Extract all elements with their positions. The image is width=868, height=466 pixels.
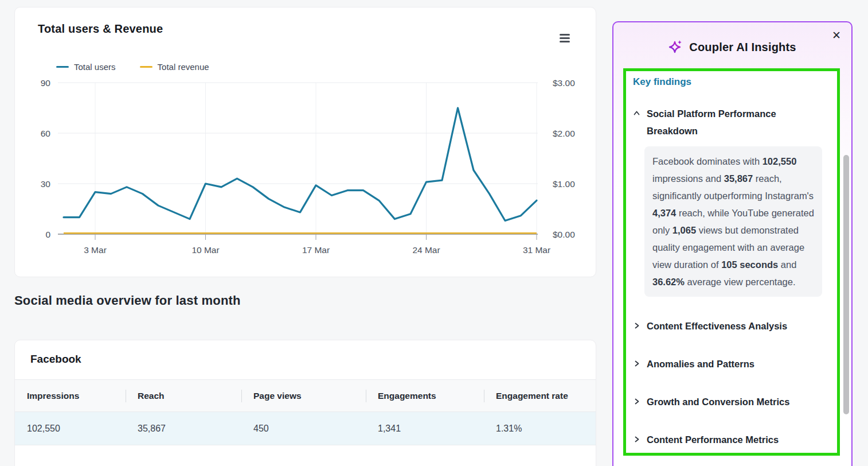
insight-section-title: Content Effectiveness Analysis <box>647 317 787 335</box>
col-header-reach: Reach <box>126 380 241 412</box>
column-divider <box>366 390 366 402</box>
svg-text:24 Mar: 24 Mar <box>412 245 440 255</box>
dashboard-page: Total users & Revenue Total users Total … <box>0 0 868 466</box>
svg-text:10 Mar: 10 Mar <box>191 245 219 255</box>
ai-panel-title: Coupler AI Insights <box>689 41 796 54</box>
insight-section-body: Facebook dominates with 102,550 impressi… <box>644 146 822 297</box>
col-header-engagements: Engagements <box>366 380 484 412</box>
cell-engagements: 1,341 <box>366 412 484 445</box>
section-heading: Social media overview for last month <box>14 293 241 308</box>
insight-section-social-platform-performance[interactable]: Social Platform Performance Breakdown <box>633 105 830 139</box>
svg-text:3 Mar: 3 Mar <box>84 245 107 255</box>
insight-section-anomalies-patterns[interactable]: Anomalies and Patterns <box>633 355 830 372</box>
table-header-row: Impressions Reach Page views Engagements… <box>15 380 596 412</box>
ai-insights-panel: ✕ Coupler AI Insights Key findings Socia… <box>612 21 853 466</box>
svg-text:30: 30 <box>41 179 51 189</box>
svg-text:$1.00: $1.00 <box>553 179 575 189</box>
key-findings-highlight-box: Key findings Social Platform Performance… <box>623 68 840 456</box>
chevron-right-icon <box>633 322 640 329</box>
column-divider <box>241 390 242 402</box>
cell-reach: 35,867 <box>126 412 241 445</box>
insight-section-title: Anomalies and Patterns <box>647 355 754 372</box>
chevron-right-icon <box>633 436 640 443</box>
ai-panel-header: Coupler AI Insights <box>613 40 851 55</box>
svg-text:0: 0 <box>45 230 50 239</box>
insight-section-growth-conversion[interactable]: Growth and Conversion Metrics <box>633 393 830 410</box>
insight-section-title: Social Platform Performance Breakdown <box>647 105 807 139</box>
insight-section-content-effectiveness[interactable]: Content Effectiveness Analysis <box>633 317 830 335</box>
cell-page-views: 450 <box>241 412 366 445</box>
chevron-right-icon <box>633 360 640 367</box>
svg-text:31 Mar: 31 Mar <box>523 245 550 255</box>
svg-text:$3.00: $3.00 <box>553 78 575 88</box>
facebook-card: Facebook Impressions Reach Page views En… <box>14 340 596 466</box>
insight-section-title: Growth and Conversion Metrics <box>647 393 789 410</box>
svg-text:60: 60 <box>41 129 51 138</box>
insight-section-content-performance[interactable]: Content Performance Metrics <box>633 431 830 448</box>
col-header-impressions: Impressions <box>15 380 126 412</box>
chevron-up-icon <box>633 110 640 117</box>
insight-section-title: Content Performance Metrics <box>647 431 779 448</box>
svg-text:17 Mar: 17 Mar <box>302 245 330 255</box>
facebook-card-title: Facebook <box>30 353 81 366</box>
column-divider <box>484 390 484 402</box>
col-header-page-views: Page views <box>241 380 366 412</box>
line-chart: 0$0.0030$1.0060$2.0090$3.003 Mar10 Mar17… <box>15 7 597 278</box>
facebook-metrics-table: Impressions Reach Page views Engagements… <box>15 379 596 445</box>
svg-text:$2.00: $2.00 <box>553 129 575 138</box>
sparkle-icon <box>668 40 683 55</box>
chevron-right-icon <box>633 398 640 405</box>
cell-engagement-rate: 1.31% <box>484 412 596 445</box>
table-row: 102,550 35,867 450 1,341 1.31% <box>15 412 596 445</box>
col-header-engagement-rate: Engagement rate <box>484 380 596 412</box>
scrollbar-thumb[interactable] <box>843 155 849 414</box>
svg-text:90: 90 <box>41 78 51 88</box>
column-divider <box>126 390 126 402</box>
cell-impressions: 102,550 <box>15 412 126 445</box>
svg-text:$0.00: $0.00 <box>553 230 575 239</box>
key-findings-heading: Key findings <box>633 76 830 88</box>
chart-card: Total users & Revenue Total users Total … <box>14 7 596 277</box>
